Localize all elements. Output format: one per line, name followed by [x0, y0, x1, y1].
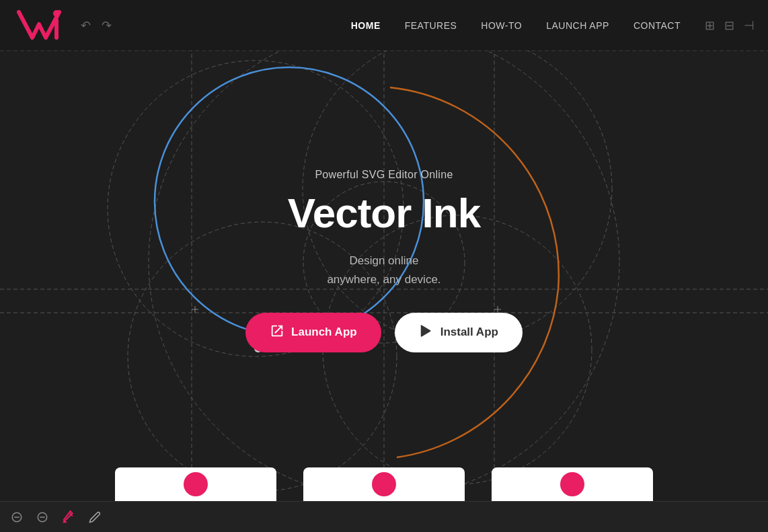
redo-icon[interactable]: ↷ — [102, 18, 112, 33]
nav-links: HOME FEATURES HOW-TO LAUNCH APP CONTACT — [351, 20, 681, 31]
nav-features[interactable]: FEATURES — [405, 20, 457, 31]
hero-description: Design online anywhere, any device. — [327, 252, 440, 288]
install-app-button[interactable]: Install App — [395, 313, 523, 352]
launch-icon — [270, 324, 284, 342]
nav-home[interactable]: HOME — [351, 20, 381, 31]
grid-icon[interactable]: ⊞ — [705, 18, 715, 33]
nav-contact[interactable]: CONTACT — [633, 20, 681, 31]
hero-section: Powerful SVG Editor Online Vector Ink De… — [0, 0, 768, 501]
circle-minus-icon[interactable] — [11, 511, 23, 523]
hero-buttons: Launch App Install App — [245, 313, 523, 352]
navbar: ↶ ↷ HOME FEATURES HOW-TO LAUNCH APP CONT… — [0, 0, 768, 50]
card-preview-1 — [115, 467, 276, 501]
skip-icon[interactable]: ⊣ — [744, 18, 755, 33]
card-preview-2 — [303, 467, 465, 501]
hero-title: Vector Ink — [288, 189, 480, 237]
zoom-out-icon[interactable] — [36, 511, 48, 523]
bottom-toolbar — [0, 501, 768, 532]
nav-howto[interactable]: HOW-TO — [481, 20, 522, 31]
nav-launchapp[interactable]: LAUNCH APP — [546, 20, 609, 31]
undo-icon[interactable]: ↶ — [81, 18, 91, 33]
hero-content: Powerful SVG Editor Online Vector Ink De… — [245, 169, 523, 352]
nav-controls-right: ⊞ ⊟ ⊣ — [705, 18, 755, 33]
expand-icon[interactable]: ⊟ — [724, 18, 734, 33]
logo[interactable] — [13, 5, 67, 46]
cards-strip — [0, 454, 768, 501]
play-store-icon — [419, 324, 434, 342]
hero-subtitle: Powerful SVG Editor Online — [315, 169, 453, 181]
nav-controls-left: ↶ ↷ — [81, 18, 112, 33]
launch-app-button[interactable]: Launch App — [245, 313, 381, 352]
svg-point-0 — [53, 10, 60, 17]
pencil-icon[interactable] — [89, 511, 101, 523]
card-preview-3 — [492, 467, 653, 501]
pen-tool-icon[interactable] — [62, 510, 75, 524]
